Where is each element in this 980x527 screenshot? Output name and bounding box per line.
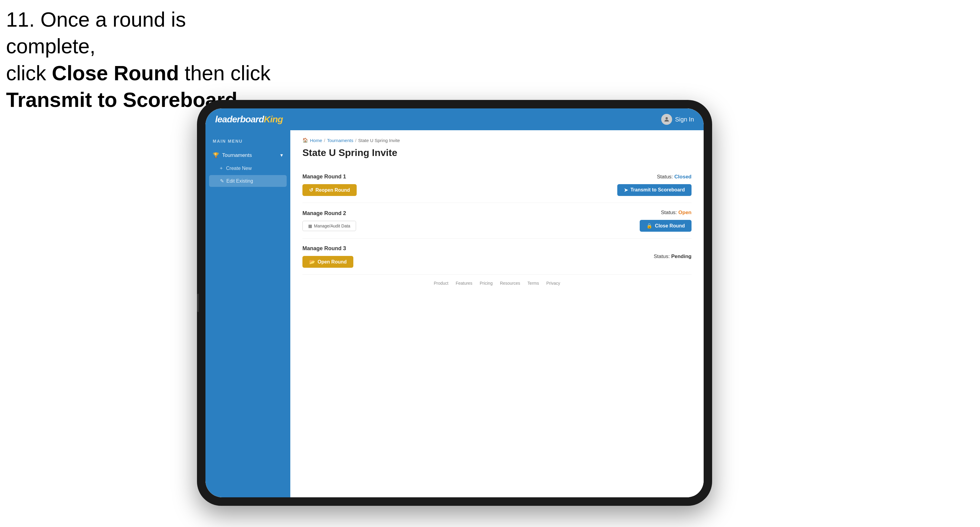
folder-open-icon: 📂 bbox=[309, 259, 315, 265]
chevron-down-icon: ▾ bbox=[280, 152, 283, 159]
edit-icon: ✎ bbox=[220, 178, 224, 184]
round-1-status-value: Closed bbox=[674, 174, 692, 179]
sidebar-item-tournaments-left: 🏆 Tournaments bbox=[213, 152, 252, 159]
breadcrumb-sep1: / bbox=[324, 138, 325, 143]
sign-in-area[interactable]: Sign In bbox=[661, 114, 694, 125]
open-round-label: Open Round bbox=[318, 259, 347, 265]
instruction-line2-pre: click bbox=[6, 62, 52, 84]
send-icon: ➤ bbox=[624, 187, 628, 193]
footer-pricing[interactable]: Pricing bbox=[480, 281, 493, 286]
sidebar-item-tournaments[interactable]: 🏆 Tournaments ▾ bbox=[205, 148, 290, 162]
avatar-icon bbox=[661, 114, 672, 125]
breadcrumb-tournaments[interactable]: Tournaments bbox=[327, 138, 353, 143]
manage-audit-label: Manage/Audit Data bbox=[314, 224, 350, 229]
tablet-screen: leaderboardKing Sign In MAIN MENU bbox=[205, 108, 704, 497]
footer-resources[interactable]: Resources bbox=[500, 281, 520, 286]
table-icon: ▦ bbox=[308, 224, 312, 229]
instruction-block: 11. Once a round is complete, click Clos… bbox=[6, 6, 279, 113]
trophy-icon: 🏆 bbox=[213, 152, 219, 159]
edit-existing-label: Edit Existing bbox=[226, 178, 253, 184]
round-3-status-value: Pending bbox=[671, 254, 692, 259]
round-1-title: Manage Round 1 bbox=[302, 173, 357, 180]
app-container: leaderboardKing Sign In MAIN MENU bbox=[205, 108, 704, 497]
round-3-title: Manage Round 3 bbox=[302, 245, 353, 252]
transmit-to-scoreboard-button[interactable]: ➤ Transmit to Scoreboard bbox=[617, 184, 692, 196]
round-3-status: Status: Pending bbox=[654, 254, 692, 260]
footer-features[interactable]: Features bbox=[456, 281, 473, 286]
svg-point-2 bbox=[665, 117, 668, 119]
round-1-section: Manage Round 1 ↺ Reopen Round Status: Cl… bbox=[302, 167, 692, 203]
breadcrumb: 🏠 Home / Tournaments / State U Spring In… bbox=[302, 138, 692, 143]
round-1-status: Status: Closed bbox=[657, 174, 692, 180]
sidebar-tournaments-label: Tournaments bbox=[222, 152, 252, 159]
app-logo: leaderboardKing bbox=[215, 114, 283, 124]
round-2-title: Manage Round 2 bbox=[302, 210, 356, 217]
manage-audit-button[interactable]: ▦ Manage/Audit Data bbox=[302, 221, 356, 231]
sign-in-label[interactable]: Sign In bbox=[675, 116, 694, 123]
refresh-icon: ↺ bbox=[309, 187, 313, 193]
transmit-label: Transmit to Scoreboard bbox=[630, 187, 685, 193]
round-2-status: Status: Open bbox=[661, 210, 692, 216]
page-title: State U Spring Invite bbox=[302, 147, 692, 159]
sidebar-item-edit-existing[interactable]: ✎ Edit Existing bbox=[209, 175, 287, 187]
close-round-label: Close Round bbox=[655, 223, 685, 229]
round-1-right: Status: Closed ➤ Transmit to Scoreboard bbox=[617, 174, 692, 196]
close-round-button[interactable]: 🔒 Close Round bbox=[640, 220, 692, 232]
footer-privacy[interactable]: Privacy bbox=[546, 281, 560, 286]
breadcrumb-home[interactable]: Home bbox=[310, 138, 322, 143]
content-footer: Product Features Pricing Resources Terms… bbox=[302, 275, 692, 289]
round-3-left: Manage Round 3 📂 Open Round bbox=[302, 245, 353, 268]
round-2-right: Status: Open 🔒 Close Round bbox=[640, 210, 692, 232]
instruction-line2-post: then click bbox=[179, 62, 270, 84]
footer-terms[interactable]: Terms bbox=[528, 281, 539, 286]
round-2-section: Manage Round 2 ▦ Manage/Audit Data Statu… bbox=[302, 203, 692, 239]
content-area: 🏠 Home / Tournaments / State U Spring In… bbox=[290, 130, 704, 497]
round-1-left: Manage Round 1 ↺ Reopen Round bbox=[302, 173, 357, 196]
round-2-status-value: Open bbox=[678, 210, 692, 215]
instruction-line1: 11. Once a round is complete, bbox=[6, 8, 186, 57]
main-menu-label: MAIN MENU bbox=[205, 136, 290, 148]
reopen-round-label: Reopen Round bbox=[315, 187, 350, 193]
logo-accent: King bbox=[264, 114, 283, 124]
round-2-left: Manage Round 2 ▦ Manage/Audit Data bbox=[302, 210, 356, 231]
footer-product[interactable]: Product bbox=[434, 281, 448, 286]
round-3-section: Manage Round 3 📂 Open Round Status: Pend… bbox=[302, 239, 692, 275]
breadcrumb-home-icon: 🏠 bbox=[302, 138, 308, 143]
reopen-round-button[interactable]: ↺ Reopen Round bbox=[302, 184, 357, 196]
sidebar-item-create-new[interactable]: ＋ Create New bbox=[205, 162, 290, 175]
breadcrumb-current: State U Spring Invite bbox=[358, 138, 400, 143]
top-bar: leaderboardKing Sign In bbox=[205, 108, 704, 130]
plus-icon: ＋ bbox=[219, 165, 224, 171]
instruction-bold1: Close Round bbox=[52, 62, 179, 84]
sidebar: MAIN MENU 🏆 Tournaments ▾ ＋ Create New bbox=[205, 130, 290, 497]
open-round-button[interactable]: 📂 Open Round bbox=[302, 256, 353, 268]
tablet-side-button bbox=[197, 294, 199, 312]
create-new-label: Create New bbox=[226, 166, 251, 171]
round-3-status-label: Status: bbox=[654, 254, 670, 259]
tablet-device: leaderboardKing Sign In MAIN MENU bbox=[197, 100, 712, 506]
main-layout: MAIN MENU 🏆 Tournaments ▾ ＋ Create New bbox=[205, 130, 704, 497]
lock-icon: 🔒 bbox=[646, 223, 652, 229]
round-1-status-label: Status: bbox=[657, 174, 673, 179]
round-3-right: Status: Pending bbox=[654, 254, 692, 260]
breadcrumb-sep2: / bbox=[355, 138, 356, 143]
round-2-status-label: Status: bbox=[661, 210, 677, 215]
